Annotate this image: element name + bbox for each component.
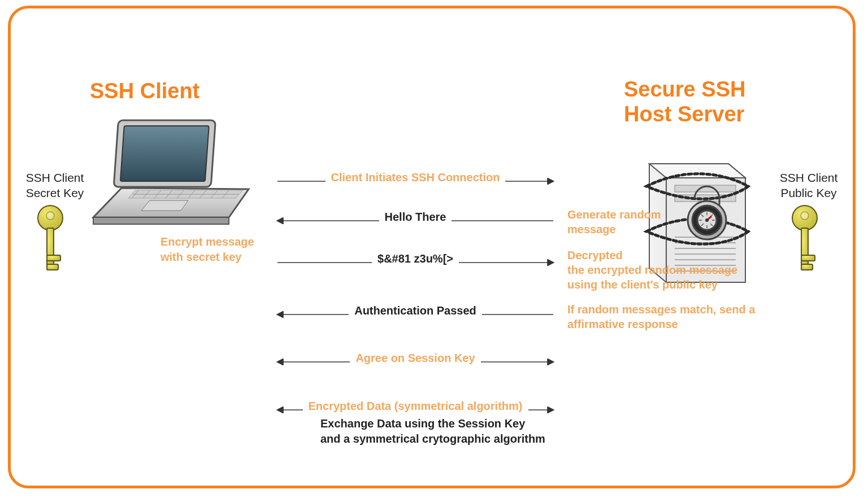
- client-secret-key-label: SSH Client Secret Key: [21, 170, 89, 201]
- svg-rect-3: [47, 255, 60, 261]
- note-line: Decrypted: [567, 249, 623, 261]
- step-label: Authentication Passed: [349, 304, 482, 317]
- label-text: SSH Client: [780, 171, 838, 184]
- note-line: the encrypted random message: [567, 264, 737, 276]
- step-label: Hello There: [379, 211, 452, 224]
- note-line: with secret key: [160, 251, 241, 263]
- server-title-line1: Secure SSH: [624, 77, 745, 101]
- label-text: SSH Client: [26, 171, 84, 184]
- svg-rect-7: [801, 228, 808, 270]
- svg-rect-2: [47, 228, 54, 270]
- step-label: Client Initiates SSH Connection: [326, 171, 506, 184]
- subtext-line: and a symmetrical crytographic algorithm: [320, 433, 545, 445]
- step-label: Encrypted Data (symmetrical algorithm): [303, 400, 528, 413]
- diagram-frame: SSH Client Secure SSH Host Server SSH Cl…: [8, 6, 856, 488]
- step-auth-passed: Authentication Passed: [276, 304, 554, 317]
- client-public-key-label: SSH Client Public Key: [775, 170, 843, 201]
- step-encrypted-data: Encrypted Data (symmetrical algorithm): [276, 400, 554, 413]
- key-icon: [788, 203, 822, 285]
- svg-point-6: [801, 212, 809, 220]
- step-initiate-connection: Client Initiates SSH Connection: [276, 171, 554, 184]
- note-line: affirmative response: [567, 318, 678, 330]
- client-title: SSH Client: [90, 79, 199, 104]
- step-encrypted-blob: $&#81 z3u%[>: [276, 252, 554, 265]
- server-title-line2: Host Server: [624, 102, 744, 126]
- server-note-affirm: If random messages match, send a affirma…: [567, 302, 755, 331]
- key-icon: [33, 203, 67, 285]
- server-title: Secure SSH Host Server: [624, 77, 745, 126]
- laptop-icon: [88, 116, 251, 237]
- svg-point-44: [705, 219, 709, 222]
- note-line: Encrypt message: [160, 235, 254, 248]
- svg-rect-4: [47, 264, 58, 270]
- note-line: message: [567, 223, 616, 235]
- label-text: Secret Key: [26, 186, 84, 199]
- svg-point-1: [46, 212, 54, 220]
- exchange-data-subtext: Exchange Data using the Session Key and …: [320, 416, 545, 447]
- note-line: Generate random: [567, 208, 661, 221]
- label-text: Public Key: [780, 186, 836, 199]
- svg-rect-9: [801, 264, 813, 270]
- step-agree-session-key: Agree on Session Key: [276, 352, 554, 365]
- server-note-generate: Generate random message: [567, 207, 661, 237]
- svg-rect-8: [801, 255, 815, 261]
- subtext-line: Exchange Data using the Session Key: [320, 417, 525, 430]
- server-note-decrypt: Decrypted the encrypted random message u…: [567, 248, 737, 292]
- step-label: $&#81 z3u%[>: [372, 252, 459, 265]
- note-line: using the client's public key: [567, 278, 718, 291]
- step-hello-there: Hello There: [276, 211, 554, 224]
- svg-rect-11: [120, 126, 209, 181]
- note-line: If random messages match, send a: [567, 303, 755, 316]
- client-encrypt-note: Encrypt message with secret key: [160, 234, 254, 265]
- step-label: Agree on Session Key: [350, 352, 480, 365]
